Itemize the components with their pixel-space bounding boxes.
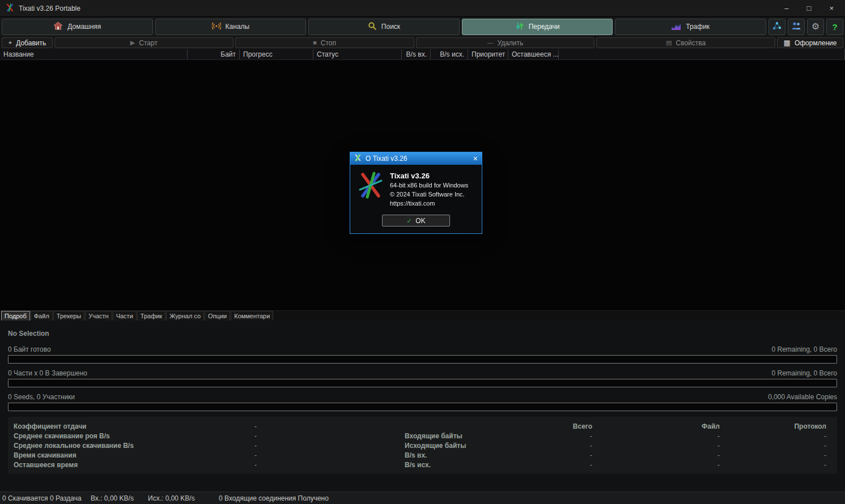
column-header-bytes[interactable]: Байт [188, 49, 240, 59]
available-copies-label: 0,000 Available Copies [768, 393, 837, 401]
gear-icon: ⚙ [812, 22, 819, 31]
availability-bar [8, 403, 837, 411]
about-website-link[interactable]: https://tixati.com [390, 199, 468, 208]
layout-button-label: Оформление [795, 39, 836, 47]
nav-tab-label: Передачи [529, 23, 560, 31]
properties-button[interactable]: ▤ Свойства [596, 37, 775, 48]
about-copyright: © 2024 Tixati Software Inc. [390, 190, 468, 199]
nav-tab-traffic[interactable]: Трафик [615, 19, 766, 35]
stop-icon: ■ [313, 40, 317, 46]
ok-button[interactable]: ✓ OK [382, 215, 450, 227]
about-app-name: Tixati v3.26 [390, 172, 468, 181]
properties-icon: ▤ [666, 40, 672, 46]
detail-tab-traffic[interactable]: Трафик [137, 311, 165, 321]
detail-tab-options[interactable]: Опции [205, 311, 230, 321]
stop-button[interactable]: ■ Стоп [235, 37, 414, 48]
pieces-done-label: 0 Части x 0 В Завершено [8, 369, 87, 377]
bytes-out-total: - [518, 442, 592, 450]
about-dialog: О Tixati v3.26 × Tixati v3.26 64-bit x86… [350, 152, 482, 234]
nav-tab-label: Домашняя [67, 23, 101, 31]
detail-tab-files[interactable]: Файл [31, 311, 53, 321]
nav-tab-transfers[interactable]: Передачи [462, 19, 613, 35]
about-dialog-body: Tixati v3.26 64-bit x86 build for Window… [350, 165, 482, 233]
layout-button[interactable]: ▦ Оформление [777, 37, 843, 48]
tixati-logo-large [358, 172, 383, 200]
pieces-remaining-label: 0 Remaining, 0 Всего [771, 369, 837, 377]
help-icon: ? [832, 23, 837, 31]
tixati-logo-icon [354, 154, 362, 163]
detail-tab-trackers[interactable]: Трекеры [53, 311, 84, 321]
column-header-bs-in[interactable]: B/s вх. [402, 49, 431, 59]
detail-tab-comments[interactable]: Комментари [231, 311, 273, 321]
bs-in-file: - [592, 451, 720, 459]
remove-button[interactable]: — Удалить [416, 37, 595, 48]
statusbar-outgoing-rate: Исх.: 0,00 KB/s [148, 494, 205, 502]
bs-in-protocol: - [720, 451, 826, 459]
peers-button[interactable] [788, 19, 805, 35]
add-button[interactable]: + Добавить [2, 37, 53, 48]
detail-tab-peers[interactable]: Участн [85, 311, 112, 321]
bytes-in-label: Входящие байты [405, 432, 518, 440]
minimize-button[interactable]: – [784, 4, 788, 12]
stats-col-file: Файл [592, 422, 720, 430]
close-button[interactable]: × [829, 4, 834, 12]
stop-button-label: Стоп [321, 39, 336, 47]
bs-in-total: - [518, 451, 592, 459]
column-header-priority[interactable]: Приоритет [468, 49, 508, 59]
plus-icon: + [9, 40, 12, 46]
bytes-progress-bar [8, 355, 837, 364]
time-remaining-label: Оставшееся время [14, 461, 254, 469]
column-header-status[interactable]: Статус [313, 49, 402, 59]
window-controls: – □ × [784, 4, 839, 12]
local-avg-value: - [254, 442, 267, 450]
about-dialog-title: О Tixati v3.26 [366, 155, 407, 163]
nav-tab-search[interactable]: Поиск [308, 19, 460, 35]
remove-button-label: Удалить [497, 39, 523, 47]
main-nav: Домашняя Каналы Поиск [0, 17, 845, 36]
titlebar: Tixati v3.26 Portable – □ × [0, 0, 845, 17]
detail-tab-pieces[interactable]: Части [113, 311, 137, 321]
column-header-progress[interactable]: Прогресс [240, 49, 313, 59]
play-icon: ▶ [130, 40, 135, 46]
column-header-remaining[interactable]: Оставшееся ... [508, 49, 559, 59]
maximize-button[interactable]: □ [807, 4, 812, 12]
app-window: Tixati v3.26 Portable – □ × Домашняя [0, 0, 845, 504]
settings-button[interactable]: ⚙ [807, 19, 824, 35]
dialog-close-icon[interactable]: × [473, 155, 478, 163]
column-header-name[interactable]: Название [0, 49, 188, 59]
about-dialog-titlebar: О Tixati v3.26 × [350, 152, 482, 165]
nav-tab-label: Трафик [686, 23, 710, 31]
column-header-bs-out[interactable]: B/s исх. [431, 49, 468, 59]
stats-row: Коэффициент отдачи - Всего Файл Протокол [14, 421, 831, 431]
nav-tab-label: Каналы [226, 23, 250, 31]
start-button-label: Старт [139, 39, 158, 47]
layout-grid-icon: ▦ [784, 39, 791, 46]
download-time-label: Время скачивания [14, 451, 254, 459]
window-title: Tixati v3.26 Portable [19, 5, 80, 12]
share-ratio-value: - [254, 422, 267, 430]
nav-tab-channels[interactable]: Каналы [155, 19, 307, 35]
nav-tab-home[interactable]: Домашняя [2, 19, 153, 35]
bytes-done-label: 0 Байт готово [8, 345, 51, 353]
stats-row: Время скачивания - B/s вх. - - - [14, 450, 831, 460]
bytes-progress-labels: 0 Байт готово 0 Remaining, 0 Всего [8, 345, 837, 353]
stats-row: Среднее локальное скачивание B/s - Исход… [14, 441, 831, 450]
help-button[interactable]: ? [826, 19, 843, 35]
detail-tab-eventlog[interactable]: Журнал со [166, 311, 204, 321]
seeds-peers-labels: 0 Seeds, 0 Участники 0,000 Available Cop… [8, 393, 837, 401]
bytes-out-label: Исходящие байты [405, 442, 518, 450]
dht-network-button[interactable] [768, 19, 785, 35]
swarm-avg-value: - [254, 432, 267, 440]
app-logo-icon [6, 3, 14, 14]
transfers-arrows-icon [515, 22, 524, 32]
bytes-remaining-label: 0 Remaining, 0 Всего [771, 345, 837, 353]
properties-button-label: Свойства [676, 39, 706, 47]
bytes-out-file: - [592, 442, 720, 450]
download-time-value: - [254, 451, 267, 459]
start-button[interactable]: ▶ Старт [54, 37, 233, 48]
bs-out-label: B/s исх. [405, 461, 518, 469]
detail-tab-details[interactable]: Подроб [1, 311, 30, 321]
add-button-label: Добавить [16, 39, 46, 47]
stats-row: Оставшееся время - B/s исх. - - - [14, 460, 831, 469]
bytes-out-protocol: - [720, 442, 826, 450]
